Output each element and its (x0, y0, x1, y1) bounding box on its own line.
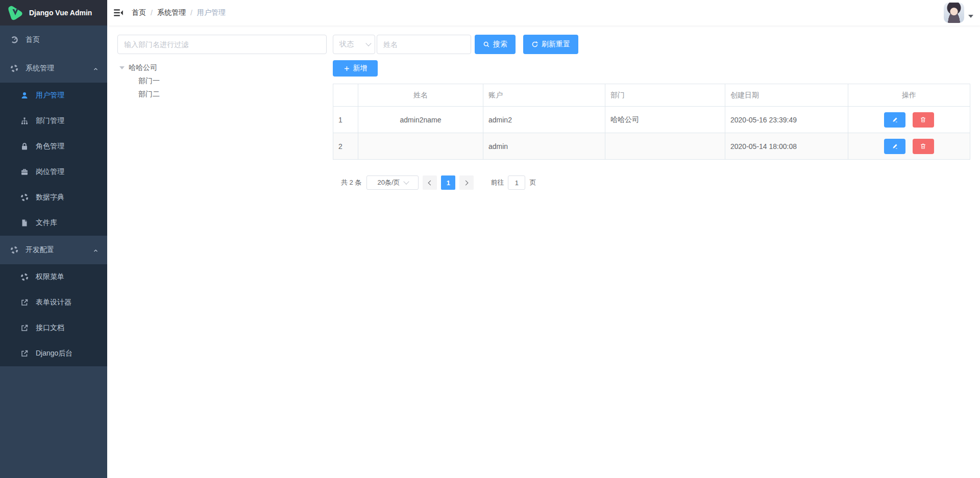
breadcrumb-home[interactable]: 首页 (132, 8, 146, 17)
department-panel: 哈哈公司 部门一 部门二 (117, 35, 327, 478)
edit-button[interactable] (884, 139, 905, 154)
sidebar-item-users[interactable]: 用户管理 (0, 83, 107, 108)
briefcase-icon (20, 168, 29, 176)
tree-node-label: 部门二 (138, 90, 160, 99)
tree-node-child[interactable]: 部门二 (117, 88, 327, 101)
submenu-devconfig: 权限菜单 表单设计器 接口文档 Django后台 (0, 264, 107, 366)
sidebar-item-form-designer[interactable]: 表单设计器 (0, 290, 107, 315)
table-row: 2 admin 2020-05-14 18:00:08 (333, 133, 970, 160)
status-select[interactable]: 状态 (333, 35, 375, 54)
sidebar-item-label: 用户管理 (36, 91, 64, 100)
breadcrumb-separator: / (151, 9, 153, 17)
goto-page-input[interactable] (508, 175, 525, 190)
sidebar-group-devconfig[interactable]: 开发配置 (0, 236, 107, 264)
org-tree-icon (20, 117, 29, 125)
main-area: 首页 / 系统管理 / 用户管理 哈哈公司 (107, 0, 980, 478)
sidebar-item-home[interactable]: 首页 (0, 26, 107, 54)
caret-down-icon[interactable] (119, 66, 125, 69)
department-filter-input[interactable] (117, 35, 327, 54)
chevron-down-icon (365, 40, 371, 46)
navbar-right (944, 3, 973, 23)
trash-icon (920, 116, 926, 123)
search-button-label: 搜索 (493, 40, 507, 49)
pagination-total: 共 2 条 (341, 178, 361, 187)
external-link-icon (20, 298, 29, 307)
page-size-select[interactable]: 20条/页 (366, 175, 419, 190)
avatar[interactable] (944, 3, 964, 23)
next-page-button[interactable] (459, 175, 474, 190)
sidebar-item-label: 接口文档 (36, 323, 64, 333)
col-header-index (333, 84, 358, 107)
cell-dept (605, 133, 725, 160)
cell-dept: 哈哈公司 (605, 107, 725, 133)
sidebar-item-roles[interactable]: 角色管理 (0, 134, 107, 159)
cell-account: admin2 (483, 107, 605, 133)
lock-icon (20, 142, 29, 150)
prev-page-button[interactable] (423, 175, 437, 190)
sidebar-item-files[interactable]: 文件库 (0, 210, 107, 236)
sidebar-item-api-docs[interactable]: 接口文档 (0, 315, 107, 341)
breadcrumb-current: 用户管理 (197, 8, 226, 17)
cell-index: 1 (333, 107, 358, 133)
tree-node-label: 哈哈公司 (129, 63, 157, 72)
delete-button[interactable] (913, 112, 934, 128)
sidebar-item-positions[interactable]: 岗位管理 (0, 159, 107, 185)
refresh-reset-button[interactable]: 刷新重置 (523, 35, 578, 54)
component-icon (20, 273, 29, 281)
chevron-up-icon (93, 67, 98, 71)
caret-down-icon[interactable] (968, 15, 973, 18)
breadcrumb-system[interactable]: 系统管理 (157, 8, 186, 17)
sidebar: Django Vue Admin 首页 系统管理 用户管理 (0, 0, 107, 478)
col-header-name: 姓名 (358, 84, 483, 107)
cell-name (358, 133, 483, 160)
sidebar-toggle-button[interactable] (107, 0, 130, 26)
sidebar-item-departments[interactable]: 部门管理 (0, 108, 107, 134)
page-size-label: 20条/页 (377, 178, 400, 187)
sidebar-item-label: 首页 (26, 35, 40, 44)
cell-index: 2 (333, 133, 358, 160)
search-form: 状态 搜索 刷新重置 (333, 35, 970, 54)
cell-account: admin (483, 133, 605, 160)
user-icon (20, 91, 29, 99)
sidebar-item-label: 文件库 (36, 218, 57, 228)
search-icon (483, 41, 490, 48)
page-number-button[interactable]: 1 (441, 175, 455, 190)
add-button[interactable]: 新增 (333, 60, 378, 77)
col-header-actions: 操作 (848, 84, 970, 107)
add-button-label: 新增 (353, 64, 368, 73)
breadcrumb-separator: / (190, 9, 192, 17)
col-header-account: 账户 (483, 84, 605, 107)
search-button[interactable]: 搜索 (475, 35, 516, 54)
chevron-right-icon (463, 180, 469, 185)
cell-created: 2020-05-16 23:39:49 (725, 107, 848, 133)
file-icon (20, 219, 29, 227)
goto-page-unit: 页 (529, 178, 536, 187)
page-content: 哈哈公司 部门一 部门二 状态 (107, 26, 980, 478)
sidebar-item-label: 表单设计器 (36, 298, 71, 307)
tree-node-root[interactable]: 哈哈公司 (117, 61, 327, 74)
chevron-left-icon (428, 180, 433, 185)
delete-button[interactable] (913, 139, 934, 154)
name-input[interactable] (377, 35, 471, 54)
sidebar-group-label: 系统管理 (26, 64, 54, 73)
logo-bar[interactable]: Django Vue Admin (0, 0, 107, 26)
edit-icon (892, 143, 898, 149)
navbar: 首页 / 系统管理 / 用户管理 (107, 0, 980, 26)
trash-icon (920, 143, 926, 149)
edit-button[interactable] (884, 112, 905, 128)
sidebar-item-label: 数据字典 (36, 193, 64, 202)
sidebar-item-dictionary[interactable]: 数据字典 (0, 185, 107, 210)
hamburger-icon (113, 8, 124, 18)
component-icon (10, 246, 18, 254)
sidebar-group-system[interactable]: 系统管理 (0, 54, 107, 83)
dashboard-icon (10, 36, 18, 44)
sidebar-group-label: 开发配置 (26, 245, 54, 255)
component-icon (10, 64, 18, 72)
plus-icon (344, 65, 350, 72)
sidebar-item-django-admin[interactable]: Django后台 (0, 341, 107, 366)
pagination: 共 2 条 20条/页 1 前往 页 (333, 175, 970, 190)
tree-node-child[interactable]: 部门一 (117, 74, 327, 88)
sidebar-item-permission-menu[interactable]: 权限菜单 (0, 264, 107, 290)
sidebar-item-label: 权限菜单 (36, 272, 64, 282)
external-link-icon (20, 349, 29, 358)
